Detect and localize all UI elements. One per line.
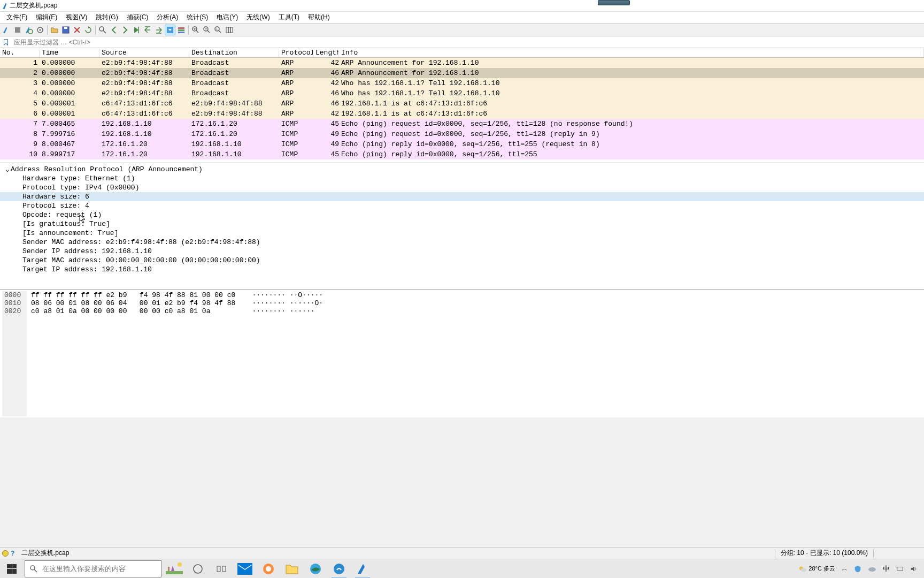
collapse-icon[interactable]: ⌄ <box>4 165 11 173</box>
detail-field[interactable]: Protocol size: 4 <box>0 201 924 210</box>
hex-bytes[interactable]: ff ff ff ff ff ff e2 b9 f4 98 4f 88 81 0… <box>27 291 323 416</box>
menu-item[interactable]: 捕获(C) <box>122 12 153 23</box>
packet-row[interactable]: 50.000001c6:47:13:d1:6f:c6e2:b9:f4:98:4f… <box>0 98 924 109</box>
save-file-button[interactable] <box>60 25 71 35</box>
menu-item[interactable]: 分析(A) <box>152 12 182 23</box>
menu-item[interactable]: 视图(V) <box>61 12 91 23</box>
task-view-icon[interactable] <box>210 559 233 579</box>
onedrive-tray-icon[interactable] <box>866 566 879 572</box>
packet-row[interactable]: 108.999717172.16.1.20192.168.1.10ICMP45E… <box>0 149 924 159</box>
colorize-button[interactable] <box>176 25 187 35</box>
detail-field[interactable]: [Is announcement: True] <box>0 229 924 238</box>
packet-row[interactable]: 10.000000e2:b9:f4:98:4f:88BroadcastARP42… <box>0 58 924 68</box>
svg-text:1: 1 <box>216 27 218 31</box>
taskbar-search-input[interactable] <box>42 565 157 573</box>
menu-item[interactable]: 跳转(G) <box>91 12 122 23</box>
detail-field[interactable]: [Is gratuitous: True] <box>0 219 924 229</box>
tray-chevron-icon[interactable]: ︿ <box>840 565 850 573</box>
windows-taskbar[interactable]: 28°C 多云 ︿ 中 <box>0 559 924 578</box>
column-header-time[interactable]: Time <box>40 48 99 57</box>
wireshark-app-icon[interactable] <box>351 559 374 579</box>
go-forward-button[interactable] <box>120 25 130 35</box>
stop-capture-button[interactable] <box>12 25 23 35</box>
ensp-app-icon[interactable] <box>327 559 351 579</box>
column-header-info[interactable]: Info <box>339 48 924 57</box>
svg-point-1 <box>28 29 33 34</box>
edge-browser-icon[interactable] <box>304 559 327 579</box>
find-button[interactable] <box>97 25 108 35</box>
go-last-button[interactable] <box>153 25 164 35</box>
go-first-button[interactable] <box>142 25 153 35</box>
auto-scroll-button[interactable] <box>165 25 175 35</box>
system-tray[interactable]: 28°C 多云 ︿ 中 <box>796 559 924 579</box>
window-title: 二层交换机.pcap <box>10 1 57 10</box>
restart-capture-button[interactable] <box>24 25 34 35</box>
detail-field[interactable]: Hardware size: 6 <box>0 192 924 201</box>
cortana-icon[interactable] <box>186 559 210 579</box>
expert-info-icon[interactable] <box>2 550 9 557</box>
bookmark-filter-icon[interactable] <box>1 37 11 47</box>
capture-options-button[interactable] <box>35 25 45 35</box>
menu-item[interactable]: 电话(Y) <box>212 12 242 23</box>
hex-offset: 0000 <box>4 291 25 299</box>
go-to-packet-button[interactable] <box>131 25 142 35</box>
menu-item[interactable]: 编辑(E) <box>32 12 61 23</box>
detail-field[interactable]: Target MAC address: 00:00:00_00:00:00 (0… <box>0 256 924 265</box>
security-tray-icon[interactable] <box>852 565 864 573</box>
detail-field[interactable]: Hardware type: Ethernet (1) <box>0 174 924 183</box>
browser-app-icon[interactable] <box>257 559 280 579</box>
mail-app-icon[interactable] <box>233 559 257 579</box>
display-filter-input[interactable] <box>12 37 924 47</box>
resize-columns-button[interactable] <box>224 25 235 35</box>
hex-row[interactable]: ff ff ff ff ff ff e2 b9 f4 98 4f 88 81 0… <box>31 291 323 299</box>
column-header-protocol[interactable]: Protocol <box>279 48 313 57</box>
hex-row[interactable]: c0 a8 01 0a 00 00 00 00 00 00 c0 a8 01 0… <box>31 307 323 315</box>
detail-field[interactable]: Sender MAC address: e2:b9:f4:98:4f:88 (e… <box>0 238 924 247</box>
packet-row[interactable]: 87.999716192.168.1.10172.16.1.20ICMP49Ec… <box>0 129 924 139</box>
column-header-no[interactable]: No. <box>0 48 40 57</box>
packet-bytes-pane[interactable]: 000000100020 ff ff ff ff ff ff e2 b9 f4 … <box>0 290 924 417</box>
packet-row[interactable]: 77.000465192.168.1.10172.16.1.20ICMP45Ec… <box>0 119 924 129</box>
hex-row[interactable]: 08 06 00 01 08 00 06 04 00 01 e2 b9 f4 9… <box>31 299 323 307</box>
file-explorer-icon[interactable] <box>280 559 304 579</box>
packet-row[interactable]: 60.000001c6:47:13:d1:6f:c6e2:b9:f4:98:4f… <box>0 109 924 119</box>
cell-length: 49 <box>313 140 339 148</box>
detail-field[interactable]: Opcode: request (1) <box>0 210 924 219</box>
open-file-button[interactable] <box>49 25 60 35</box>
news-widget-icon[interactable] <box>163 559 186 579</box>
help-icon[interactable]: ? <box>11 550 18 557</box>
packet-list-header[interactable]: No. Time Source Destination Protocol Len… <box>0 48 924 58</box>
packet-row[interactable]: 30.000000e2:b9:f4:98:4f:88BroadcastARP42… <box>0 78 924 88</box>
menu-item[interactable]: 文件(F) <box>2 12 32 23</box>
detail-tree-header[interactable]: ⌄Address Resolution Protocol (ARP Announ… <box>0 164 924 174</box>
detail-field[interactable]: Sender IP address: 192.168.1.10 <box>0 247 924 256</box>
network-tray-icon[interactable] <box>894 565 906 573</box>
weather-tray[interactable]: 28°C 多云 <box>796 564 837 574</box>
packet-row[interactable]: 40.000000e2:b9:f4:98:4f:88BroadcastARP46… <box>0 88 924 98</box>
reload-button[interactable] <box>83 25 94 35</box>
menu-item[interactable]: 工具(T) <box>274 12 304 23</box>
volume-tray-icon[interactable] <box>908 565 920 573</box>
packet-row[interactable]: 98.000467172.16.1.20192.168.1.10ICMP49Ec… <box>0 139 924 149</box>
close-file-button[interactable] <box>72 25 82 35</box>
column-header-destination[interactable]: Destination <box>189 48 279 57</box>
packet-details-pane[interactable]: ⌄Address Resolution Protocol (ARP Announ… <box>0 163 924 290</box>
menu-item[interactable]: 帮助(H) <box>304 12 334 23</box>
zoom-out-button[interactable] <box>202 25 212 35</box>
taskbar-search-box[interactable] <box>25 560 161 577</box>
zoom-in-button[interactable] <box>190 25 201 35</box>
ime-tray-icon[interactable]: 中 <box>881 564 892 574</box>
zoom-reset-button[interactable]: 1 <box>213 25 224 35</box>
detail-field[interactable]: Target IP address: 192.168.1.10 <box>0 265 924 274</box>
cell-info: 192.168.1.1 is at c6:47:13:d1:6f:c6 <box>339 100 924 108</box>
menu-item[interactable]: 无线(W) <box>242 12 274 23</box>
go-back-button[interactable] <box>109 25 119 35</box>
column-header-source[interactable]: Source <box>99 48 189 57</box>
menu-item[interactable]: 统计(S) <box>182 12 212 23</box>
start-capture-button[interactable] <box>1 25 12 35</box>
packet-list-pane[interactable]: No. Time Source Destination Protocol Len… <box>0 48 924 163</box>
detail-field[interactable]: Protocol type: IPv4 (0x0800) <box>0 183 924 192</box>
packet-row[interactable]: 20.000000e2:b9:f4:98:4f:88BroadcastARP46… <box>0 68 924 78</box>
column-header-length[interactable]: Length <box>313 48 339 57</box>
start-button[interactable] <box>0 559 24 579</box>
